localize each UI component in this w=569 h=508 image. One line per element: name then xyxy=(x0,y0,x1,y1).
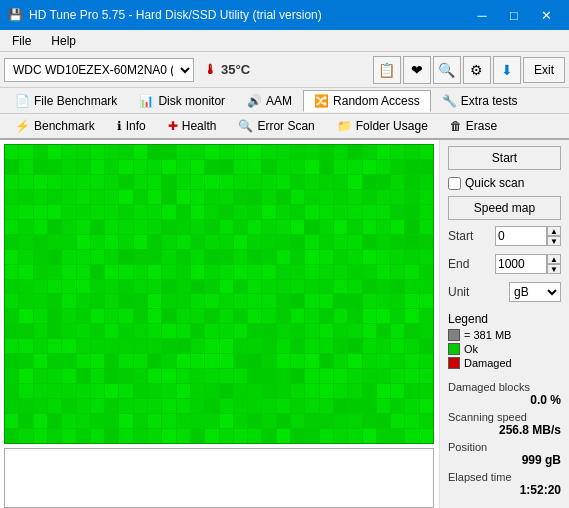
grid-cell xyxy=(277,190,290,204)
grid-cell xyxy=(105,160,118,174)
grid-cell xyxy=(334,235,347,249)
menu-help[interactable]: Help xyxy=(43,32,84,50)
grid-cell xyxy=(248,309,261,323)
error-scan-icon: 🔍 xyxy=(238,119,253,133)
toolbar-btn-settings[interactable]: ⚙ xyxy=(463,56,491,84)
grid-cell xyxy=(148,414,161,428)
grid-cell xyxy=(148,354,161,368)
grid-cell xyxy=(363,354,376,368)
grid-cell xyxy=(420,429,433,443)
start-input-wrap: ▲ ▼ xyxy=(495,226,561,246)
grid-cell xyxy=(48,280,61,294)
tab-health[interactable]: ✚ Health xyxy=(157,115,228,137)
start-input[interactable] xyxy=(495,226,547,246)
tab-disk-monitor[interactable]: 📊 Disk monitor xyxy=(128,90,236,112)
tab-file-benchmark[interactable]: 📄 File Benchmark xyxy=(4,90,128,112)
grid-cell xyxy=(277,145,290,159)
grid-cell xyxy=(119,235,132,249)
grid-cell xyxy=(205,384,218,398)
legend-box-gray xyxy=(448,329,460,341)
grid-cell xyxy=(291,369,304,383)
grid-cell xyxy=(191,294,204,308)
grid-cell xyxy=(277,354,290,368)
legend-box-red xyxy=(448,357,460,369)
end-input[interactable] xyxy=(495,254,547,274)
grid-cell xyxy=(363,339,376,353)
toolbar-btn-down[interactable]: ⬇ xyxy=(493,56,521,84)
grid-cell xyxy=(405,294,418,308)
grid-cell xyxy=(377,190,390,204)
grid-cell xyxy=(162,384,175,398)
grid-cell xyxy=(334,190,347,204)
toolbar-btn-health[interactable]: ❤ xyxy=(403,56,431,84)
grid-cell xyxy=(34,265,47,279)
grid-cell xyxy=(191,399,204,413)
grid-cell xyxy=(291,384,304,398)
grid-cell xyxy=(77,190,90,204)
grid-cell xyxy=(119,354,132,368)
grid-cell xyxy=(348,250,361,264)
grid-cell xyxy=(420,175,433,189)
temperature-value: 35°C xyxy=(221,62,250,77)
grid-cell xyxy=(320,160,333,174)
grid-cell xyxy=(277,160,290,174)
grid-cell xyxy=(262,190,275,204)
tab-extra-tests[interactable]: 🔧 Extra tests xyxy=(431,90,529,112)
speed-map-button[interactable]: Speed map xyxy=(448,196,561,220)
tab-erase[interactable]: 🗑 Erase xyxy=(439,115,508,137)
minimize-button[interactable]: ─ xyxy=(467,5,497,25)
grid-cell xyxy=(62,369,75,383)
grid-cell xyxy=(248,294,261,308)
end-spin-down[interactable]: ▼ xyxy=(547,264,561,274)
grid-cell xyxy=(262,324,275,338)
grid-cell xyxy=(277,309,290,323)
tab-benchmark[interactable]: ⚡ Benchmark xyxy=(4,115,106,137)
grid-cell xyxy=(19,280,32,294)
toolbar-btn-info[interactable]: 📋 xyxy=(373,56,401,84)
grid-cell xyxy=(248,220,261,234)
start-button[interactable]: Start xyxy=(448,146,561,170)
grid-cell xyxy=(220,190,233,204)
grid-cell xyxy=(191,354,204,368)
grid-cell xyxy=(248,250,261,264)
grid-cell xyxy=(291,294,304,308)
grid-cell xyxy=(19,354,32,368)
grid-cell xyxy=(277,235,290,249)
exit-button[interactable]: Exit xyxy=(523,57,565,83)
tab-aam[interactable]: 🔊 AAM xyxy=(236,90,303,112)
tab-info[interactable]: ℹ Info xyxy=(106,115,157,137)
unit-select[interactable]: gB MB LBA xyxy=(509,282,561,302)
tab-folder-usage[interactable]: 📁 Folder Usage xyxy=(326,115,439,137)
grid-cell xyxy=(5,399,18,413)
grid-cell xyxy=(5,339,18,353)
grid-cell xyxy=(320,339,333,353)
drive-select[interactable]: WDC WD10EZEX-60M2NA0 (1000 gB) xyxy=(4,58,194,82)
grid-cell xyxy=(34,414,47,428)
grid-cell xyxy=(191,309,204,323)
grid-cell xyxy=(305,145,318,159)
log-area[interactable] xyxy=(4,448,434,508)
maximize-button[interactable]: □ xyxy=(499,5,529,25)
end-spin-up[interactable]: ▲ xyxy=(547,254,561,264)
grid-cell xyxy=(291,399,304,413)
grid-cell xyxy=(334,175,347,189)
tab-random-access[interactable]: 🔀 Random Access xyxy=(303,90,431,112)
start-spin-up[interactable]: ▲ xyxy=(547,226,561,236)
grid-cell xyxy=(119,175,132,189)
grid-cell xyxy=(234,399,247,413)
grid-cell xyxy=(420,235,433,249)
tab-error-scan[interactable]: 🔍 Error Scan xyxy=(227,115,325,137)
quick-scan-checkbox[interactable] xyxy=(448,177,461,190)
unit-label: Unit xyxy=(448,285,476,299)
grid-cell xyxy=(420,399,433,413)
start-spin-down[interactable]: ▼ xyxy=(547,236,561,246)
grid-cell xyxy=(377,354,390,368)
grid-cell xyxy=(105,309,118,323)
grid-cell xyxy=(291,220,304,234)
close-button[interactable]: ✕ xyxy=(531,5,561,25)
menu-file[interactable]: File xyxy=(4,32,39,50)
grid-cell xyxy=(277,205,290,219)
grid-cell xyxy=(48,429,61,443)
toolbar-btn-scan[interactable]: 🔍 xyxy=(433,56,461,84)
grid-cell xyxy=(262,220,275,234)
